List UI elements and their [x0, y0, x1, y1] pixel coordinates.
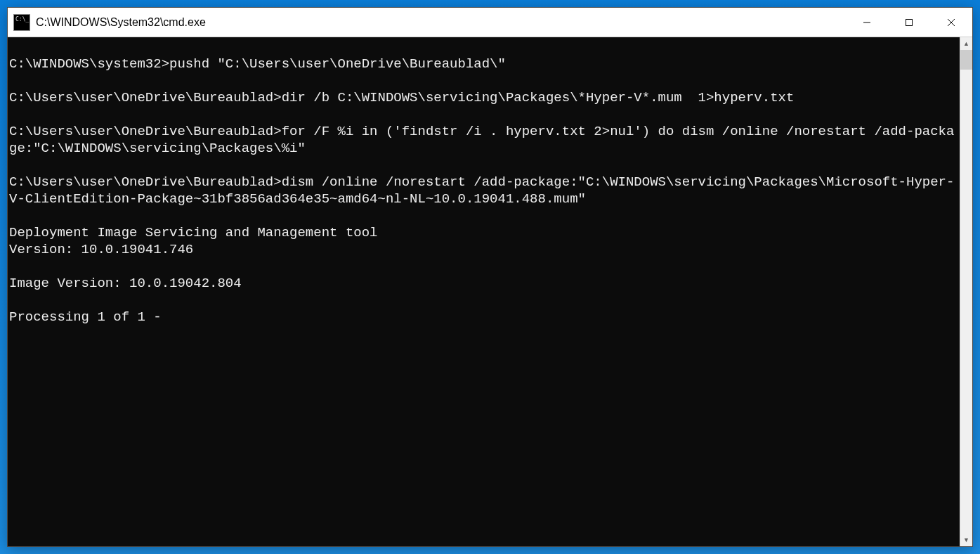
window-title: C:\WINDOWS\System32\cmd.exe: [36, 16, 846, 29]
vertical-scrollbar[interactable]: ▲ ▼: [960, 37, 972, 546]
scroll-track[interactable]: [960, 50, 972, 534]
cmd-window: C:\WINDOWS\System32\cmd.exe C:\WINDOWS\s…: [7, 7, 973, 547]
maximize-button[interactable]: [888, 8, 930, 37]
close-icon: [947, 18, 955, 27]
cmd-icon: [13, 14, 30, 31]
window-controls: [846, 8, 972, 37]
svg-rect-1: [906, 19, 913, 25]
terminal-output[interactable]: C:\WINDOWS\system32>pushd "C:\Users\user…: [8, 37, 960, 546]
terminal-area: C:\WINDOWS\system32>pushd "C:\Users\user…: [8, 37, 972, 546]
maximize-icon: [905, 18, 913, 27]
scroll-thumb[interactable]: [960, 50, 972, 70]
scroll-down-arrow[interactable]: ▼: [960, 534, 972, 546]
minimize-button[interactable]: [846, 8, 888, 37]
scroll-up-arrow[interactable]: ▲: [960, 37, 972, 50]
titlebar[interactable]: C:\WINDOWS\System32\cmd.exe: [8, 8, 972, 37]
close-button[interactable]: [930, 8, 972, 37]
minimize-icon: [863, 18, 871, 27]
